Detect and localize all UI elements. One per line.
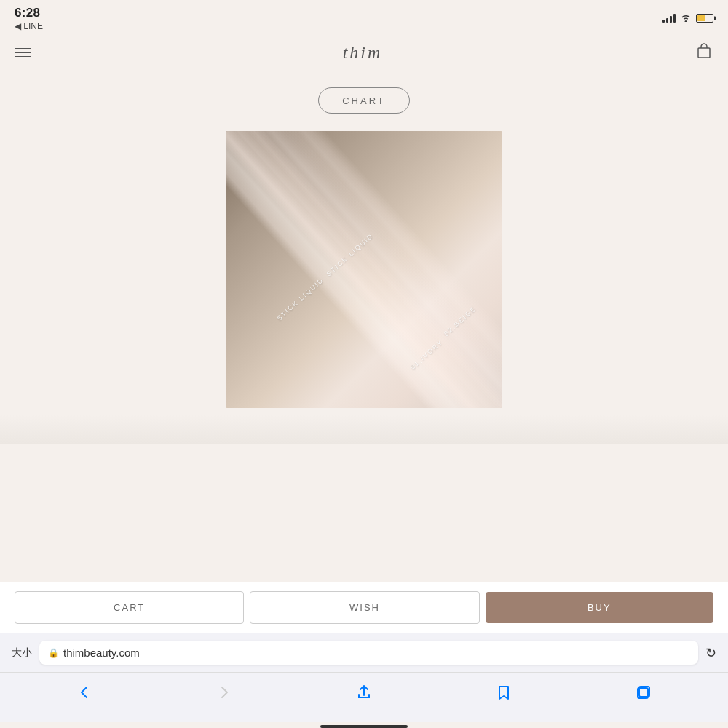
home-indicator	[320, 725, 408, 728]
main-content: CHART STICK LIQUID STICK LIQUID 01.IVORY…	[0, 73, 728, 582]
buy-button[interactable]: BUY	[486, 592, 713, 623]
swatch-label-stick-liquid-2: STICK LIQUID	[325, 232, 375, 277]
svg-rect-0	[698, 48, 710, 58]
carrier-back[interactable]: ◀ LINE	[15, 21, 43, 31]
forward-button[interactable]	[205, 681, 244, 708]
scroll-fade	[0, 415, 728, 444]
url-text: thimbeauty.com	[63, 646, 140, 659]
refresh-button[interactable]: ↻	[705, 645, 716, 661]
status-bar: 6:28 ◀ LINE	[0, 0, 728, 32]
url-bar[interactable]: 🔒 thimbeauty.com	[39, 641, 698, 665]
hamburger-menu-button[interactable]	[15, 48, 31, 58]
share-button[interactable]	[344, 681, 384, 708]
tabs-button[interactable]	[624, 681, 663, 708]
chart-button-label: CHART	[342, 95, 386, 106]
cart-bag-icon[interactable]	[695, 41, 713, 64]
signal-icon	[662, 14, 676, 23]
bookmarks-button[interactable]	[484, 681, 523, 708]
chart-button[interactable]: CHART	[318, 87, 410, 114]
bottom-navigation	[0, 672, 728, 722]
app-header: thim	[0, 32, 728, 73]
text-size-button[interactable]: 大小	[12, 646, 32, 660]
app-logo: thim	[343, 43, 383, 63]
status-icons	[662, 13, 713, 24]
action-bar: CART WISH BUY	[0, 582, 728, 633]
status-time: 6:28	[15, 6, 40, 20]
lock-icon: 🔒	[48, 648, 59, 658]
wish-button[interactable]: WISH	[250, 591, 479, 624]
browser-bar: 大小 🔒 thimbeauty.com ↻	[0, 633, 728, 672]
swatch-image: STICK LIQUID STICK LIQUID 01.IVORY 02.BE…	[226, 131, 502, 408]
swatch-label-stick-liquid-1: STICK LIQUID	[275, 276, 325, 322]
phone-frame: 6:28 ◀ LINE	[0, 0, 728, 728]
cart-button[interactable]: CART	[15, 591, 244, 624]
battery-icon	[696, 14, 713, 23]
wifi-icon	[680, 13, 692, 24]
back-button[interactable]	[65, 681, 104, 708]
swatch-label-01ivory: 01.IVORY	[409, 338, 445, 371]
swatch-label-02beige: 02.BEIGE	[442, 305, 477, 338]
